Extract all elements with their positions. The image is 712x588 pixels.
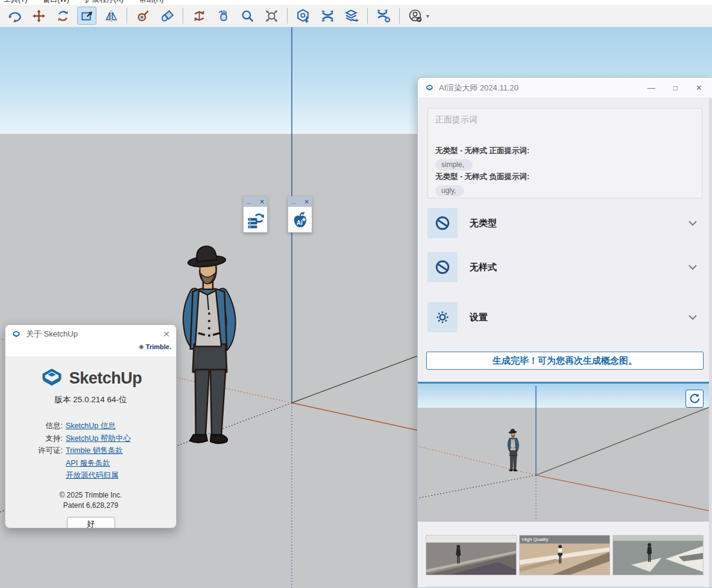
maximize-icon[interactable]: □ — [673, 84, 678, 92]
section-label: 无类型 — [470, 218, 688, 229]
link-row: 开放源代码归属 — [5, 469, 176, 482]
render-queue-toolbar: … ✕ — [243, 196, 268, 233]
pan-icon[interactable] — [29, 7, 48, 25]
toolbar-separator — [183, 8, 183, 24]
close-icon[interactable]: ✕ — [304, 198, 309, 205]
dialog-titlebar[interactable]: 关于 SketchUp ✕ — [5, 325, 176, 343]
scale-figure[interactable] — [174, 242, 248, 446]
about-sketchup-dialog: 关于 SketchUp ✕ ❋ Trimble. SketchUp 版本 25.… — [5, 324, 177, 528]
menu-item-help[interactable]: 帮助(H) — [139, 0, 164, 5]
chevron-down-icon[interactable] — [688, 262, 702, 273]
extension-warehouse-icon[interactable] — [294, 7, 313, 25]
preview-axes — [418, 384, 712, 522]
account-icon[interactable] — [406, 7, 425, 25]
menu-bar: 工具(T) 窗口(W) 扩展程序(X) 帮助(H) — [0, 0, 712, 5]
version-text: 版本 25.0.214 64-位 — [5, 394, 176, 405]
api-terms-link[interactable]: API 服务条款 — [66, 457, 110, 470]
link-label: 许可证: — [5, 444, 66, 457]
no-symbol-icon — [427, 252, 458, 282]
refresh-preview-button[interactable] — [685, 390, 704, 408]
prompt-placeholder: 正面提示词 — [435, 115, 695, 125]
gear-icon — [427, 302, 458, 332]
sketchup-logo-icon — [425, 83, 434, 92]
ai-apple-toolbar: … ✕ AI — [288, 196, 312, 233]
ai-render-panel: AI渲染大师 2024.11.20 — □ ✕ 正面提示词 无类型 - 无样式 … — [417, 77, 712, 588]
sales-terms-link[interactable]: Trimble 销售条款 — [66, 444, 123, 457]
ok-button[interactable]: 好 — [67, 517, 115, 529]
render-preview[interactable] — [418, 382, 712, 522]
app-name: SketchUp — [69, 369, 142, 388]
sketchup-window: 工具(T) 窗口(W) 扩展程序(X) 帮助(H) — [0, 0, 712, 588]
position-camera-icon[interactable] — [133, 7, 153, 25]
result-thumbnails: High Quality — [426, 535, 704, 575]
panel-divider — [426, 586, 704, 587]
generate-button[interactable]: 生成完毕！可为您再次生成概念图。 — [426, 352, 704, 370]
section-label: 设置 — [470, 312, 688, 323]
mini-toolbar-titlebar[interactable]: … ✕ — [288, 197, 312, 207]
menu-item-tools[interactable]: 工具(T) — [4, 0, 27, 5]
walk-icon[interactable] — [213, 7, 233, 25]
prompt-textarea[interactable]: 正面提示词 无类型 - 无样式 正面提示词: simple, 无类型 - 无样式… — [427, 108, 702, 198]
help-center-link[interactable]: SketchUp 帮助中心 — [66, 432, 131, 445]
extension-manager-icon[interactable] — [318, 7, 337, 25]
overflow-dots-icon[interactable]: … — [246, 200, 251, 204]
render-queue-button[interactable] — [244, 207, 267, 232]
minimize-icon[interactable]: — — [647, 83, 655, 92]
close-icon[interactable]: ✕ — [696, 83, 702, 92]
rotate-icon[interactable] — [53, 7, 72, 25]
menu-item-extensions[interactable]: 扩展程序(X) — [85, 0, 124, 5]
section-settings[interactable]: 设置 — [427, 302, 702, 332]
link-label: 支持: — [5, 432, 66, 445]
chevron-down-icon[interactable] — [688, 218, 702, 229]
flip-icon[interactable] — [101, 7, 121, 25]
render-thumbnail-2[interactable]: High Quality — [519, 535, 610, 575]
positive-prompt-tag[interactable]: simple, — [435, 159, 473, 171]
panel-title: AI渲染大师 2024.11.20 — [439, 83, 643, 93]
account-caret-icon[interactable]: ▾ — [426, 13, 429, 19]
copyright-text: © 2025 Trimble Inc. — [5, 490, 176, 501]
toolbar-separator — [367, 8, 368, 24]
render-thumbnail-1[interactable] — [426, 535, 517, 575]
link-label — [5, 469, 66, 482]
link-row: 信息: SketchUp 信息 — [5, 420, 176, 432]
export-layers-icon[interactable] — [342, 7, 361, 25]
apple-ai-icon: AI — [291, 210, 309, 229]
render-settings-icon[interactable] — [374, 7, 393, 25]
chevron-down-icon[interactable] — [688, 312, 702, 323]
turn-icon[interactable] — [189, 7, 209, 25]
zoom-icon[interactable] — [238, 7, 257, 25]
render-thumbnail-3[interactable] — [613, 535, 704, 575]
positive-prompt-label: 无类型 - 无样式 正面提示词: — [435, 146, 695, 156]
link-label — [5, 457, 66, 470]
trimble-logo-icon: ❋ — [139, 344, 143, 350]
close-icon[interactable]: ✕ — [260, 198, 265, 205]
sketchup-info-link[interactable]: SketchUp 信息 — [66, 420, 116, 432]
section-type[interactable]: 无类型 — [427, 208, 702, 238]
refresh-icon — [688, 393, 701, 405]
section-style[interactable]: 无样式 — [427, 252, 702, 282]
mini-toolbar-titlebar[interactable]: … ✕ — [244, 197, 267, 207]
quality-badge: High Quality — [520, 536, 610, 543]
links-block: 信息: SketchUp 信息 支持: SketchUp 帮助中心 许可证: T… — [5, 420, 176, 482]
trimble-brand-text: Trimble. — [146, 343, 171, 350]
zoom-extents-icon[interactable] — [262, 7, 281, 25]
patent-text: Patent 6,628,279 — [5, 501, 176, 511]
orbit-icon[interactable] — [5, 7, 24, 25]
close-icon[interactable]: ✕ — [163, 329, 170, 339]
look-around-icon[interactable] — [157, 7, 177, 25]
overflow-dots-icon[interactable]: … — [291, 200, 296, 204]
panel-scrollbar[interactable] — [709, 98, 712, 587]
sketchup-logo-icon — [40, 366, 64, 390]
negative-prompt-label: 无类型 - 无样式 负面提示词: — [435, 172, 695, 182]
zoom-window-icon[interactable] — [77, 7, 96, 25]
negative-prompt-tag[interactable]: ugly, — [435, 185, 464, 197]
scale-figure-mini — [506, 422, 521, 478]
link-label: 信息: — [5, 420, 66, 432]
dialog-body: SketchUp 版本 25.0.214 64-位 信息: SketchUp 信… — [5, 356, 176, 528]
menu-item-window[interactable]: 窗口(W) — [43, 0, 69, 5]
open-source-link[interactable]: 开放源代码归属 — [66, 469, 119, 482]
panel-titlebar[interactable]: AI渲染大师 2024.11.20 — □ ✕ — [418, 78, 712, 98]
link-row: API 服务条款 — [5, 457, 176, 470]
no-symbol-icon — [427, 208, 458, 238]
ai-render-button[interactable]: AI — [288, 207, 312, 232]
